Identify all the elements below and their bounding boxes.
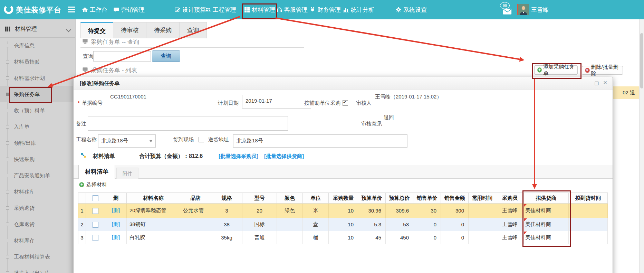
sidebar-item-label: 材料需求计划	[14, 75, 45, 81]
edited-flag-icon	[524, 232, 527, 234]
aux-unit-checkbox[interactable]	[343, 100, 348, 106]
nav-item-label: 材料管理	[252, 6, 275, 14]
top-navbar: 美佳装修平台 工作台营销管理设计预算工程管理材料管理客服管理¥财务管理统计分析系…	[0, 0, 644, 19]
sidebar-item-14[interactable]: 工程材料结算表	[0, 248, 75, 265]
nav-item-workbench[interactable]: 工作台	[82, 0, 107, 19]
sidebar-item-10[interactable]: 材料移库	[0, 183, 75, 200]
cell: 20	[242, 204, 277, 218]
close-icon[interactable]: ×	[603, 79, 607, 86]
delete-row-link[interactable]: [删]	[112, 221, 120, 227]
sidebar-item-9[interactable]: 产品安装通知单	[0, 167, 75, 183]
sidebar-item-label: 采购退货	[14, 205, 35, 211]
cell	[180, 231, 211, 244]
nav-item-customer-service[interactable]: 客服管理	[276, 0, 308, 19]
sidebar-item-label: 工程材料结算表	[14, 254, 50, 260]
query-input[interactable]	[93, 51, 151, 62]
sidebar-item-12[interactable]: 仓库退货	[0, 216, 75, 232]
tab-1[interactable]: 待提交	[80, 22, 113, 38]
section-divider	[80, 75, 426, 75]
sidebar-item-4[interactable]: 采购任务单	[0, 86, 75, 102]
tree-bullet-icon	[6, 93, 9, 96]
app-logo[interactable]: 美佳装修平台	[3, 4, 61, 16]
sidebar-item-5[interactable]: 收（预）料单	[0, 102, 75, 119]
tree-bullet-icon	[6, 271, 9, 273]
col-header: 拟供货商	[524, 193, 569, 204]
restore-window-icon[interactable]: ❐	[594, 80, 599, 87]
cell: 普通	[242, 231, 277, 244]
select-all-checkbox[interactable]	[93, 195, 98, 201]
tab-4[interactable]: 查询	[179, 22, 207, 38]
cell	[469, 231, 496, 244]
sidebar-item-label: 材料移库	[14, 189, 35, 195]
nav-item-finance[interactable]: ¥财务管理	[309, 0, 341, 19]
sidebar-item-3[interactable]: 材料需求计划	[0, 70, 75, 86]
inner-tab-strip	[74, 165, 613, 179]
modal-title: [修改]采购任务单	[80, 80, 119, 87]
cell: 30.96	[358, 204, 386, 218]
sidebar-item-13[interactable]: 材料库存	[0, 232, 75, 248]
sidebar-item-11[interactable]: 采购退货	[0, 200, 75, 216]
cell	[569, 204, 608, 218]
col-header: 采购员	[496, 193, 524, 204]
tab-2[interactable]: 待审核	[113, 22, 146, 38]
cell: 公元水管	[180, 204, 211, 218]
grid-icon	[244, 7, 250, 13]
table-row: 2[删]38钢钉38国标盒105.35300王雪峰美佳材料商	[78, 218, 608, 231]
cell: 10	[329, 231, 358, 244]
menu-toggle-icon[interactable]	[68, 7, 75, 13]
nav-item-statistics[interactable]: 统计分析	[343, 0, 374, 19]
cell: 王雪峰	[496, 204, 524, 218]
tab-3[interactable]: 待采购	[146, 22, 180, 38]
cell: 国标	[242, 218, 277, 231]
sidebar-header-materials[interactable]: 材料管理	[0, 21, 75, 37]
select-material-button[interactable]: + 选择材料	[79, 181, 107, 188]
row-checkbox[interactable]	[93, 235, 98, 241]
supplier-name: 美佳材料商	[525, 207, 551, 213]
messages-button[interactable]: 99	[500, 2, 516, 17]
sidebar-item-6[interactable]: 入库单	[0, 119, 75, 135]
batch-select-buyer-link[interactable]: [批量选择采购员]	[219, 153, 258, 160]
delete-batch-button[interactable]: × 删除/批量删除	[582, 66, 623, 75]
cell: 美佳材料商	[524, 204, 569, 218]
tree-bullet-icon	[6, 190, 9, 194]
vertical-scrollbar[interactable]	[639, 19, 644, 273]
plan-date-input[interactable]: 2019-01-17	[242, 95, 311, 109]
row-number: 2	[78, 218, 86, 231]
scrollbar-thumb[interactable]	[640, 33, 643, 88]
nav-item-design-budget[interactable]: 设计预算	[174, 0, 206, 19]
sidebar-item-8[interactable]: 快速采购	[0, 151, 75, 167]
user-avatar[interactable]	[517, 4, 529, 15]
home-icon	[82, 7, 88, 13]
nav-item-materials[interactable]: 材料管理	[244, 0, 275, 19]
delete-cell: [删]	[105, 218, 127, 231]
project-select[interactable]: 北京路18号	[98, 134, 156, 148]
delete-row-link[interactable]: [删]	[112, 234, 120, 240]
query-button[interactable]: 查询	[152, 50, 180, 62]
nav-item-system-settings[interactable]: 系统设置	[395, 0, 427, 19]
material-list-label: 材料清单	[93, 153, 115, 160]
sidebar-item-15[interactable]: 批发入（出）库	[0, 265, 75, 273]
add-purchase-task-button[interactable]: + 添加采购任务单	[534, 65, 578, 75]
nav-item-engineering[interactable]: 工程管理	[205, 0, 236, 19]
cell	[469, 204, 496, 218]
sidebar-item-label: 快速采购	[14, 156, 35, 162]
nav-item-label: 系统设置	[403, 6, 427, 14]
sidebar-item-2[interactable]: 材料员指派	[0, 54, 75, 70]
nav-item-marketing[interactable]: 营销管理	[113, 0, 145, 19]
delete-row-link[interactable]: [删]	[112, 207, 120, 213]
batch-select-supplier-link[interactable]: [批量选择供货商]	[264, 153, 304, 160]
users-icon	[205, 7, 211, 13]
remark-label: 备注	[76, 121, 86, 127]
address-input[interactable]: 北京路18号	[233, 134, 407, 148]
username-label[interactable]: 王雪峰	[531, 0, 549, 19]
to-site-checkbox[interactable]	[199, 137, 204, 142]
sidebar-item-1[interactable]: 仓库信息	[0, 37, 75, 54]
tab-material-list[interactable]: 材料清单	[78, 165, 115, 179]
remark-input[interactable]	[88, 116, 288, 131]
row-checkbox[interactable]	[93, 208, 98, 214]
sidebar-item-7[interactable]: 领料/出库	[0, 135, 75, 151]
row-checkbox[interactable]	[93, 222, 98, 228]
plus-circle-icon: +	[79, 182, 84, 187]
tab-attachments[interactable]: 附件	[116, 168, 138, 179]
cell: 0	[441, 231, 469, 244]
